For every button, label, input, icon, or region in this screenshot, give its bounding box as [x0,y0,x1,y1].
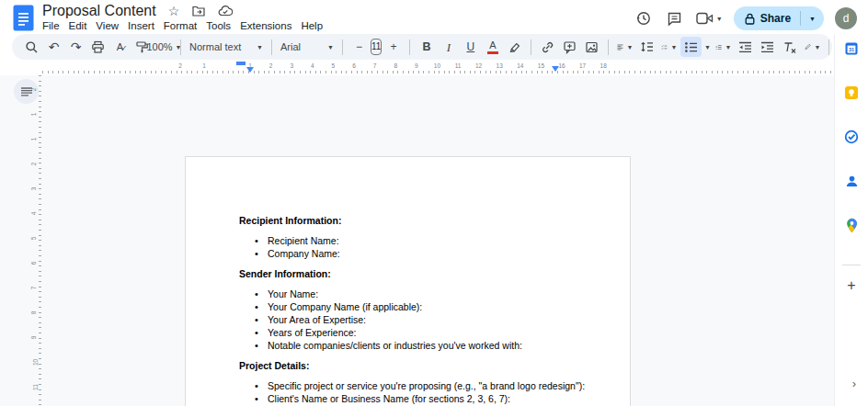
toolbar-divider [180,39,181,55]
printer-icon [91,40,105,54]
document-title[interactable]: Proposal Content [42,3,156,19]
share-button[interactable]: Share ▼ [734,6,824,30]
ruler-number: 7 [373,62,377,69]
zoom-select[interactable]: 100%▼ [154,37,175,57]
add-comment-icon [563,40,577,54]
doc-bullet-item[interactable]: Client's Name or Business Name (for sect… [239,392,619,405]
editing-mode-select[interactable]: ▼ [802,37,823,57]
chevron-down-icon: ▼ [704,44,711,51]
search-menus-button[interactable] [21,37,42,57]
align-select[interactable]: ▼ [614,37,635,57]
numbered-list-icon: 1 2 3 [715,41,722,53]
lock-icon [745,13,755,25]
ruler-number: 7 [30,287,37,290]
doc-bullet-item[interactable]: Recipient Name: [239,234,619,247]
ruler-number: 14 [517,62,523,69]
side-panel: 31 [834,35,868,406]
meet-call-control[interactable]: ▼ [696,12,723,25]
svg-text:3: 3 [716,48,718,50]
print-button[interactable] [87,37,108,57]
line-spacing-button[interactable] [636,37,657,57]
keep-notes-icon[interactable] [843,85,860,101]
increase-font-size-button[interactable]: + [383,37,404,57]
first-line-indent-marker[interactable] [236,62,246,65]
menu-help[interactable]: Help [296,19,327,32]
cloud-saved-icon[interactable] [218,6,233,17]
decrease-font-size-button[interactable]: − [348,37,370,57]
font-size-input[interactable]: 11 [371,39,382,55]
increase-indent-button[interactable] [757,37,778,57]
align-left-icon [617,41,623,53]
doc-content: Recipient Information:Recipient Name:Com… [239,214,619,406]
numbered-list-select[interactable]: 1 2 3 ▼ [713,37,734,57]
menu-tools[interactable]: Tools [201,19,235,32]
menu-insert[interactable]: Insert [123,19,159,32]
doc-bullet-item[interactable]: Your Area of Expertise: [239,313,619,326]
account-avatar[interactable]: d [835,7,857,29]
contacts-icon[interactable] [843,173,860,189]
insert-image-button[interactable] [581,37,602,57]
chevron-down-icon: ▼ [257,44,263,51]
bold-button[interactable]: B [416,37,437,57]
ruler-number: 6 [30,262,37,265]
font-family-select[interactable]: Arial▼ [278,37,337,57]
doc-bullet-item[interactable]: Company Name: [239,247,619,260]
tasks-icon[interactable] [843,129,860,145]
docs-logo-icon[interactable] [13,5,34,31]
calendar-icon[interactable]: 31 [843,40,860,57]
clear-formatting-button[interactable] [779,37,800,57]
clear-formatting-icon [782,41,796,53]
panel-divider [842,265,861,265]
document-page[interactable]: Recipient Information:Recipient Name:Com… [185,156,631,406]
doc-heading[interactable]: Sender Information: [239,267,619,280]
maps-icon[interactable] [843,217,860,233]
svg-text:31: 31 [849,47,854,52]
decrease-indent-button[interactable] [735,37,756,57]
star-icon[interactable]: ☆ [168,5,180,17]
menu-edit[interactable]: Edit [64,19,92,32]
comments-icon[interactable] [665,8,685,28]
bulleted-list-dropdown[interactable]: ▼ [702,37,712,57]
doc-bullet-item[interactable]: Your Company Name (if applicable): [239,300,619,313]
doc-list: Specific project or service you're propo… [239,379,619,405]
doc-bullet-item[interactable]: Notable companies/clients or industries … [239,339,619,352]
add-comment-button[interactable] [559,37,580,57]
ruler-number: 2 [178,62,182,69]
doc-bullet-item[interactable]: Years of Experience: [239,326,619,339]
chevron-down-icon: ▼ [725,44,731,51]
ruler-number: 10 [32,359,39,366]
undo-button[interactable]: ↶ [43,37,64,57]
menu-view[interactable]: View [91,19,123,32]
ruler-number: 2 [269,62,273,69]
hide-side-panel-chevron[interactable]: › [852,377,856,390]
doc-bullet-item[interactable]: Specific project or service you're propo… [239,379,619,392]
chevron-down-icon: ▼ [626,44,633,51]
menu-format[interactable]: Format [159,19,201,32]
move-folder-icon[interactable] [192,6,205,17]
chevron-down-icon: ▼ [327,44,334,51]
menu-file[interactable]: File [38,19,64,32]
redo-button[interactable]: ↷ [65,37,86,57]
toolbar-divider [409,39,410,55]
highlight-color-button[interactable] [504,37,525,57]
menu-extensions[interactable]: Extensions [235,19,296,32]
doc-heading[interactable]: Project Details: [239,359,619,372]
underline-button[interactable]: U [460,37,481,57]
add-addon-icon[interactable]: + [847,278,855,293]
text-color-button[interactable]: A [482,37,503,57]
insert-link-button[interactable] [537,37,558,57]
italic-button[interactable]: I [438,37,459,57]
paragraph-style-select[interactable]: Normal text▼ [187,37,266,57]
share-button-label: Share [760,12,791,25]
share-dropdown[interactable]: ▼ [801,6,824,30]
checklist-select[interactable]: ▼ [658,37,680,57]
spelling-check-button[interactable]: A✓ [109,37,131,57]
doc-bullet-item[interactable]: Your Name: [239,288,619,300]
doc-heading[interactable]: Recipient Information: [239,214,619,227]
version-history-icon[interactable] [634,8,654,28]
ruler-number: 18 [600,62,607,69]
ruler-number: 4 [311,62,314,69]
ruler-number: 9 [30,336,37,340]
bulleted-list-button[interactable] [680,37,702,57]
ruler-number: 13 [497,62,503,69]
